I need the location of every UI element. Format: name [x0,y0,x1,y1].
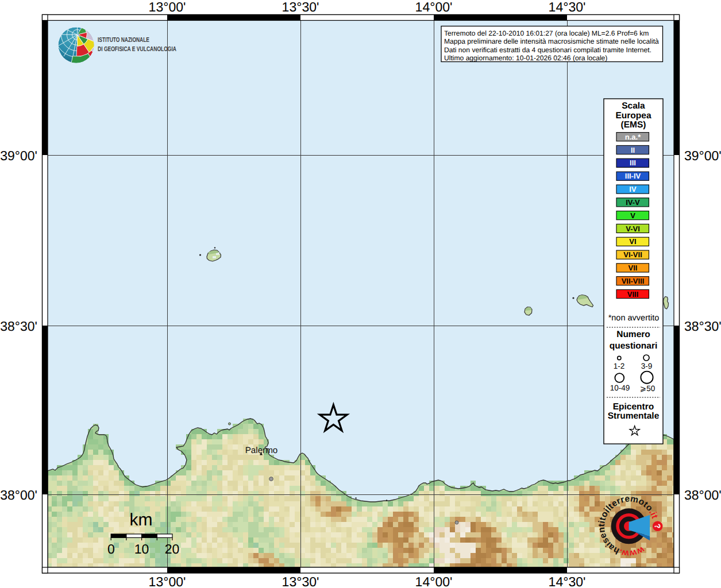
svg-text:VI-VII: VI-VII [623,250,642,259]
svg-text:13°00': 13°00' [149,0,186,14]
svg-text:III: III [630,158,636,167]
svg-text:14°00': 14°00' [415,574,453,588]
svg-text:38°30': 38°30' [0,319,37,334]
svg-text:(EMS): (EMS) [621,120,646,130]
svg-text:Palermo: Palermo [245,446,278,455]
svg-text:IV: IV [629,185,637,194]
svg-text:39°00': 39°00' [684,148,721,163]
svg-text:*non avvertito: *non avvertito [608,314,660,323]
svg-text:VII: VII [629,264,638,272]
svg-text:13°30': 13°30' [282,574,319,588]
svg-text:VII-VIII: VII-VIII [622,277,645,285]
svg-text:Europea: Europea [615,111,651,121]
svg-text:V-VI: V-VI [626,225,640,233]
svg-text:IV-V: IV-V [626,198,640,207]
svg-text:n.a.*: n.a.* [625,133,641,141]
svg-text:VI: VI [629,237,636,246]
svg-text:Mappa preliminare delle intens: Mappa preliminare delle intensità macros… [444,37,659,45]
svg-text:questionari: questionari [610,341,658,351]
svg-text:10: 10 [134,541,149,556]
svg-text:14°00': 14°00' [415,0,453,14]
svg-text:Numero: Numero [616,330,650,339]
svg-text:3-9: 3-9 [641,362,653,370]
svg-text:38°00': 38°00' [684,488,721,502]
svg-text:38°00': 38°00' [0,488,37,502]
svg-text:DI GEOFISICA E VULCANOLOGIA: DI GEOFISICA E VULCANOLOGIA [98,46,176,53]
svg-text:km: km [130,510,153,529]
svg-text:Ultimo aggiornamento: 10-01-20: Ultimo aggiornamento: 10-01-2026 02:46 (… [444,54,607,62]
svg-text:Epicentro: Epicentro [613,402,654,412]
svg-text:10-49: 10-49 [610,384,630,392]
svg-text:Terremoto del 22-10-2010 16:01: Terremoto del 22-10-2010 16:01:27 (ora l… [444,29,649,37]
svg-text:39°00': 39°00' [0,148,37,163]
svg-text:⩾50: ⩾50 [640,384,655,393]
svg-text:VIII: VIII [627,290,639,299]
svg-text:14°30': 14°30' [549,574,586,588]
svg-text:V: V [630,211,635,220]
svg-text:Strumentale: Strumentale [608,411,660,421]
svg-text:Scala: Scala [622,101,645,111]
svg-text:II: II [631,146,635,154]
svg-text:38°30': 38°30' [684,319,721,334]
svg-text:0: 0 [107,541,115,556]
svg-text:1-2: 1-2 [614,362,625,370]
svg-text:20: 20 [165,541,180,556]
svg-text:Dati non verificati estratti d: Dati non verificati estratti da 4 questi… [444,46,651,54]
svg-text:14°30': 14°30' [549,0,586,14]
svg-text:III-IV: III-IV [625,172,641,180]
svg-text:13°30': 13°30' [282,0,319,14]
svg-text:ISTITUTO NAZIONALE: ISTITUTO NAZIONALE [98,37,149,44]
svg-text:13°00': 13°00' [149,574,186,588]
